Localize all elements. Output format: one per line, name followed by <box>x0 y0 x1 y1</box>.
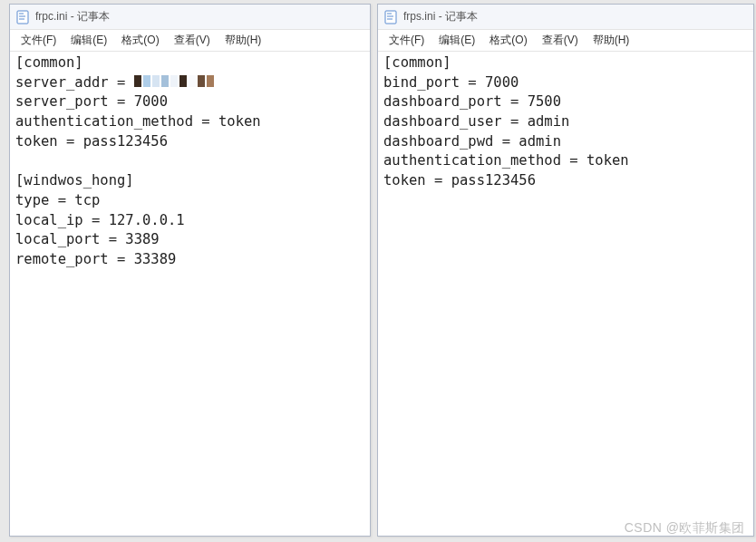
line-section2: [windwos_hong] <box>15 172 134 189</box>
notepad-icon <box>383 10 398 24</box>
line-auth-method: authentication_method = token <box>383 152 629 169</box>
menubar: 文件(F) 编辑(E) 格式(O) 查看(V) 帮助(H) <box>10 30 370 52</box>
line-token: token = pass123456 <box>383 172 536 189</box>
window-title: frpc.ini - 记事本 <box>35 9 110 24</box>
line-remote-port: remote_port = 33389 <box>15 251 176 267</box>
menu-view[interactable]: 查看(V) <box>167 31 218 50</box>
menubar: 文件(F) 编辑(E) 格式(O) 查看(V) 帮助(H) <box>378 30 753 52</box>
menu-file[interactable]: 文件(F) <box>382 31 431 50</box>
line-local-ip: local_ip = 127.0.0.1 <box>15 212 185 228</box>
line-common: [common] <box>383 54 451 71</box>
line-local-port: local_port = 3389 <box>15 231 160 247</box>
notepad-icon <box>15 10 30 24</box>
menu-edit[interactable]: 编辑(E) <box>63 31 114 50</box>
line-token: token = pass123456 <box>15 133 168 150</box>
line-server-port: server_port = 7000 <box>15 93 168 110</box>
line-dashboard-port: dashboard_port = 7500 <box>383 93 561 110</box>
menu-edit[interactable]: 编辑(E) <box>431 31 482 50</box>
line-server-addr-key: server_addr = <box>15 74 134 91</box>
menu-format[interactable]: 格式(O) <box>482 31 534 50</box>
text-area[interactable]: [common] server_addr = server_port = 700… <box>10 52 370 536</box>
notepad-window-frpc: frpc.ini - 记事本 文件(F) 编辑(E) 格式(O) 查看(V) 帮… <box>9 4 371 537</box>
svg-rect-0 <box>17 11 28 24</box>
window-title: frps.ini - 记事本 <box>403 9 478 24</box>
line-dashboard-pwd: dashboard_pwd = admin <box>383 133 561 150</box>
text-area[interactable]: [common] bind_port = 7000 dashboard_port… <box>378 52 753 536</box>
menu-file[interactable]: 文件(F) <box>14 31 63 50</box>
line-dashboard-user: dashboard_user = admin <box>383 113 569 130</box>
redacted-server-addr <box>134 75 216 88</box>
line-auth-method: authentication_method = token <box>15 113 261 130</box>
svg-rect-4 <box>385 11 396 24</box>
line-type: type = tcp <box>15 192 100 208</box>
line-common: [common] <box>15 54 83 71</box>
line-bind-port: bind_port = 7000 <box>383 74 519 91</box>
menu-help[interactable]: 帮助(H) <box>586 31 637 50</box>
titlebar[interactable]: frps.ini - 记事本 <box>378 5 753 30</box>
titlebar[interactable]: frpc.ini - 记事本 <box>10 5 370 30</box>
menu-format[interactable]: 格式(O) <box>114 31 166 50</box>
menu-view[interactable]: 查看(V) <box>535 31 586 50</box>
notepad-window-frps: frps.ini - 记事本 文件(F) 编辑(E) 格式(O) 查看(V) 帮… <box>377 4 754 537</box>
menu-help[interactable]: 帮助(H) <box>218 31 269 50</box>
